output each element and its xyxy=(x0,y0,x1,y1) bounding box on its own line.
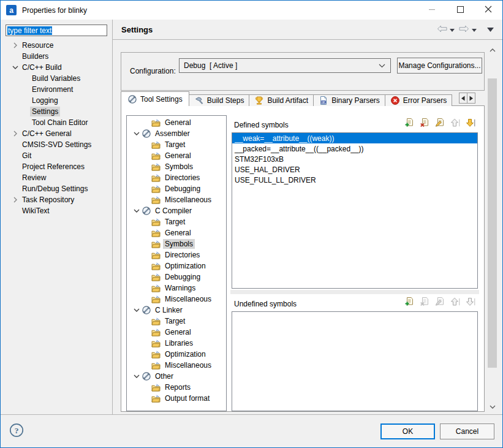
symbol-row[interactable]: USE_HAL_DRIVER xyxy=(232,164,477,175)
forward-arrow-icon[interactable] xyxy=(459,25,469,34)
sidebar-item-label: Task Repository xyxy=(20,195,76,205)
sidebar-item-label: Builders xyxy=(20,51,50,61)
tool-tree-item-target[interactable]: Target xyxy=(127,216,226,227)
sidebar-item-builders[interactable]: Builders xyxy=(1,51,112,62)
maximize-button[interactable] xyxy=(446,1,474,20)
scrollbar-thumb[interactable] xyxy=(488,78,497,368)
settings-page-icon xyxy=(151,382,161,392)
sidebar-item-wikitext[interactable]: WikiText xyxy=(1,205,112,216)
symbol-row[interactable]: __packed=__attribute__((__packed__)) xyxy=(232,143,477,154)
expand-chevron-icon[interactable] xyxy=(10,40,20,50)
defined-edit-button[interactable] xyxy=(435,118,445,129)
tool-tree-item-miscellaneous[interactable]: Miscellaneous xyxy=(127,360,226,371)
tool-tree-item-debugging[interactable]: Debugging xyxy=(127,271,226,283)
tab-error-parsers[interactable]: Error Parsers xyxy=(385,94,452,106)
tool-tree-item-label: Miscellaneous xyxy=(163,294,213,304)
filter-input[interactable]: type filter text xyxy=(6,25,107,36)
sidebar-item-c-c-general[interactable]: C/C++ General xyxy=(1,128,112,139)
minimize-button[interactable] xyxy=(418,1,446,20)
tool-tree-item-c-linker[interactable]: C Linker xyxy=(127,305,226,316)
tab-build-artifact[interactable]: Build Artifact xyxy=(249,94,314,106)
collapse-chevron-icon[interactable] xyxy=(132,371,142,381)
main-scrollbar[interactable] xyxy=(487,45,497,412)
symbol-row[interactable]: USE_FULL_LL_DRIVER xyxy=(232,175,477,185)
tool-tree-item-target[interactable]: Target xyxy=(127,139,226,150)
sidebar-item-tool-chain-editor[interactable]: Tool Chain Editor xyxy=(1,117,112,128)
ok-button[interactable]: OK xyxy=(380,423,435,439)
sidebar-item-resource[interactable]: Resource xyxy=(1,40,112,51)
tool-tree-item-symbols[interactable]: Symbols xyxy=(127,238,226,249)
view-menu-icon[interactable] xyxy=(487,28,494,32)
tool-tree-item-general[interactable]: General xyxy=(127,150,226,161)
sidebar-item-settings[interactable]: Settings xyxy=(1,106,112,117)
tool-tree-item-general[interactable]: General xyxy=(127,117,226,128)
help-icon[interactable]: ? xyxy=(9,423,24,438)
splitter-sash[interactable] xyxy=(230,290,479,294)
sidebar-item-task-repository[interactable]: Task Repository xyxy=(1,194,112,205)
forward-menu-icon[interactable] xyxy=(472,25,477,34)
collapse-chevron-icon[interactable] xyxy=(10,63,20,72)
tool-tree-item-c-compiler[interactable]: C Compiler xyxy=(127,205,226,216)
tool-tree-item-optimization[interactable]: Optimization xyxy=(127,349,226,360)
tool-tree-item-output-format[interactable]: Output format xyxy=(127,393,226,404)
configuration-dropdown[interactable]: Debug [ Active ] xyxy=(179,58,391,73)
tab-tool-settings[interactable]: Tool Settings xyxy=(121,91,189,106)
defined-delete-button[interactable] xyxy=(420,118,430,129)
manage-configurations-button[interactable]: Manage Configurations... xyxy=(397,58,482,74)
settings-page-icon xyxy=(151,195,161,205)
tool-tree-item-optimization[interactable]: Optimization xyxy=(127,260,226,271)
tool-tree-item-libraries[interactable]: Libraries xyxy=(127,338,226,349)
tool-tree-item-assembler[interactable]: Assembler xyxy=(127,128,226,139)
tab-scroll-right-button[interactable] xyxy=(467,93,475,104)
tool-tree-item-label: General xyxy=(163,151,193,161)
sidebar-item-project-references[interactable]: Project References xyxy=(1,161,112,172)
tool-tree-item-target[interactable]: Target xyxy=(127,316,226,327)
back-menu-icon[interactable] xyxy=(450,25,455,34)
sidebar-item-review[interactable]: Review xyxy=(1,172,112,183)
sidebar-item-label: Git xyxy=(20,151,33,161)
undefined-symbols-title: Undefined symbols xyxy=(234,300,297,308)
scroll-down-icon[interactable] xyxy=(487,401,497,412)
symbol-row[interactable]: STM32F103xB xyxy=(232,154,477,164)
tool-tree-item-debugging[interactable]: Debugging xyxy=(127,183,226,194)
sidebar-item-git[interactable]: Git xyxy=(1,150,112,161)
settings-page-icon xyxy=(151,272,161,282)
tab-scroll-left-button[interactable] xyxy=(459,93,467,104)
undefined-symbols-list[interactable] xyxy=(232,311,478,411)
tool-tree-item-directories[interactable]: Directories xyxy=(127,172,226,183)
defined-move-down-button[interactable] xyxy=(466,118,476,129)
tool-tree-item-label: Warnings xyxy=(163,283,197,293)
sidebar-item-logging[interactable]: Logging xyxy=(1,95,112,106)
tool-tree-item-symbols[interactable]: Symbols xyxy=(127,161,226,172)
back-arrow-icon[interactable] xyxy=(437,25,447,34)
defined-symbols-list[interactable]: __weak=__attribute__((weak))__packed=__a… xyxy=(232,132,478,289)
sidebar-item-run-debug-settings[interactable]: Run/Debug Settings xyxy=(1,183,112,194)
defined-add-button[interactable] xyxy=(404,118,415,129)
edit-symbol-icon xyxy=(435,118,445,130)
collapse-chevron-icon[interactable] xyxy=(132,305,142,315)
collapse-chevron-icon[interactable] xyxy=(132,129,142,139)
collapse-chevron-icon[interactable] xyxy=(132,206,142,216)
tool-tree-item-general[interactable]: General xyxy=(127,327,226,338)
expand-chevron-icon[interactable] xyxy=(10,129,20,139)
tool-tree-item-other[interactable]: Other xyxy=(127,371,226,382)
tab-build-steps[interactable]: Build Steps xyxy=(189,94,250,106)
sidebar-item-environment[interactable]: Environment xyxy=(1,84,112,95)
tool-tree-item-reports[interactable]: Reports xyxy=(127,382,226,393)
tool-tree-item-directories[interactable]: Directories xyxy=(127,249,226,260)
tool-tree-item-miscellaneous[interactable]: Miscellaneous xyxy=(127,194,226,205)
tab-label: Build Steps xyxy=(207,96,244,105)
tool-tree-item-warnings[interactable]: Warnings xyxy=(127,283,226,294)
sidebar-item-cmsis-svd-settings[interactable]: CMSIS-SVD Settings xyxy=(1,139,112,150)
close-button[interactable] xyxy=(474,1,502,20)
tool-tree-item-miscellaneous[interactable]: Miscellaneous xyxy=(127,294,226,305)
sidebar-item-c-c-build[interactable]: C/C++ Build xyxy=(1,62,112,73)
undefined-add-button[interactable] xyxy=(404,297,415,308)
tool-tree-item-general[interactable]: General xyxy=(127,227,226,238)
tab-binary-parsers[interactable]: 010Binary Parsers xyxy=(313,94,385,106)
expand-chevron-icon[interactable] xyxy=(10,195,20,205)
sidebar-item-build-variables[interactable]: Build Variables xyxy=(1,73,112,84)
cancel-button[interactable]: Cancel xyxy=(440,423,494,439)
scroll-up-icon[interactable] xyxy=(487,45,497,55)
symbol-row[interactable]: __weak=__attribute__((weak)) xyxy=(232,133,477,143)
